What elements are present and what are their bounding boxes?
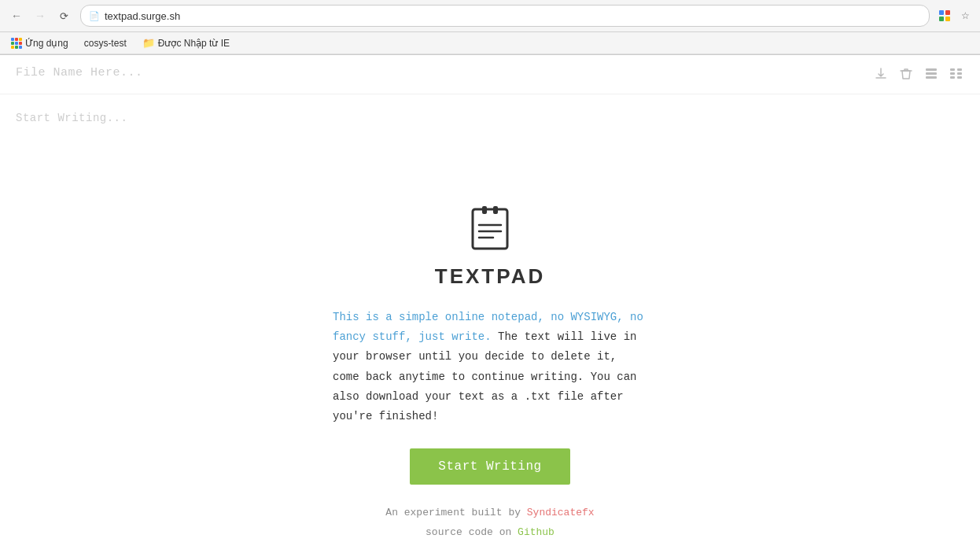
svg-rect-13: [473, 209, 507, 249]
apps-bookmark[interactable]: Ứng dụng: [6, 36, 73, 50]
github-link[interactable]: Github: [518, 526, 554, 538]
back-button[interactable]: ←: [6, 6, 27, 26]
double-column-icon[interactable]: [949, 66, 964, 86]
svg-rect-12: [957, 76, 962, 79]
svg-rect-14: [482, 206, 487, 214]
nav-buttons: ← → ⟳: [6, 6, 74, 26]
svg-rect-5: [926, 72, 937, 75]
folder-icon: 📁: [142, 37, 155, 49]
start-writing-button[interactable]: Start Writing: [410, 448, 569, 485]
svg-rect-4: [926, 68, 937, 71]
page-icon: 📄: [89, 11, 100, 21]
svg-rect-11: [957, 72, 962, 75]
svg-rect-0: [939, 10, 944, 15]
single-column-icon[interactable]: [923, 66, 939, 86]
browser-chrome: ← → ⟳ 📄 ☆: [0, 0, 980, 55]
svg-rect-15: [493, 206, 498, 214]
file-name-input[interactable]: [16, 66, 252, 79]
footer-text: An experiment built by Syndicatefx sourc…: [385, 504, 594, 542]
svg-rect-8: [950, 72, 955, 75]
address-bar[interactable]: [105, 10, 921, 22]
svg-rect-3: [945, 17, 950, 21]
apps-grid-icon: [11, 38, 22, 49]
browser-actions: ☆: [936, 7, 974, 24]
writing-input[interactable]: [16, 112, 964, 124]
svg-rect-10: [957, 68, 962, 71]
svg-rect-6: [926, 76, 937, 79]
description-dark: The text will live in your browser until…: [333, 330, 636, 422]
forward-button[interactable]: →: [30, 6, 50, 26]
footer-text-middle: source code on: [426, 526, 518, 538]
download-icon[interactable]: [873, 66, 889, 86]
bookmark-cosys-test[interactable]: cosys-test: [79, 36, 131, 50]
bookmark-ie-folder[interactable]: 📁 Được Nhập từ IE: [138, 35, 234, 50]
header-actions: [873, 66, 964, 86]
notepad-icon: [466, 203, 514, 250]
svg-rect-9: [950, 76, 955, 79]
star-button[interactable]: ☆: [956, 7, 974, 24]
bookmark-ie-label: Được Nhập từ IE: [158, 38, 230, 49]
center-content: TEXTPAD This is a simple online notepad,…: [0, 172, 980, 557]
trash-icon[interactable]: [898, 66, 914, 86]
description: This is a simple online notepad, no WYSI…: [333, 308, 647, 426]
bookmark-cosys-label: cosys-test: [84, 38, 127, 49]
address-bar-container: 📄: [80, 5, 930, 27]
bookmarks-bar: Ứng dụng cosys-test 📁 Được Nhập từ IE: [0, 32, 980, 54]
syndicatefx-link[interactable]: Syndicatefx: [527, 507, 595, 518]
reload-button[interactable]: ⟳: [53, 6, 74, 26]
svg-rect-1: [945, 10, 950, 15]
page-content: TEXTPAD This is a simple online notepad,…: [0, 55, 980, 557]
svg-rect-7: [950, 68, 955, 71]
writing-area: [0, 94, 980, 140]
browser-toolbar: ← → ⟳ 📄 ☆: [0, 0, 980, 32]
textpad-header: [0, 55, 980, 94]
extensions-button[interactable]: [936, 7, 953, 24]
app-title: TEXTPAD: [435, 264, 545, 289]
apps-label: Ứng dụng: [25, 38, 68, 49]
footer-text-before: An experiment built by: [385, 507, 526, 518]
svg-rect-2: [939, 17, 944, 21]
